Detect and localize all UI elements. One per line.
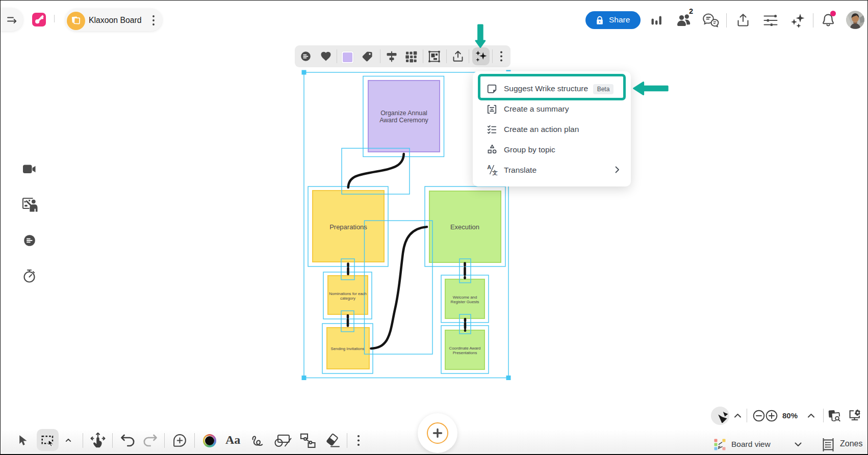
svg-text:Sending Invitations: Sending Invitations [331,346,365,351]
svg-text:Register Guests: Register Guests [451,300,479,304]
svg-text:Organize Annual: Organize Annual [380,110,427,117]
svg-text:Award Ceremony: Award Ceremony [379,117,428,124]
svg-text:Welcome and: Welcome and [453,295,477,300]
svg-text:Execution: Execution [450,223,479,231]
svg-text:category: category [340,296,355,301]
svg-text:Coordinate Award: Coordinate Award [449,346,481,351]
svg-text:文: 文 [492,170,498,175]
svg-text:A: A [487,164,491,170]
svg-text:Nominations for each: Nominations for each [329,291,367,296]
svg-text:Presentations: Presentations [453,351,477,355]
svg-text:Preparations: Preparations [329,223,367,231]
